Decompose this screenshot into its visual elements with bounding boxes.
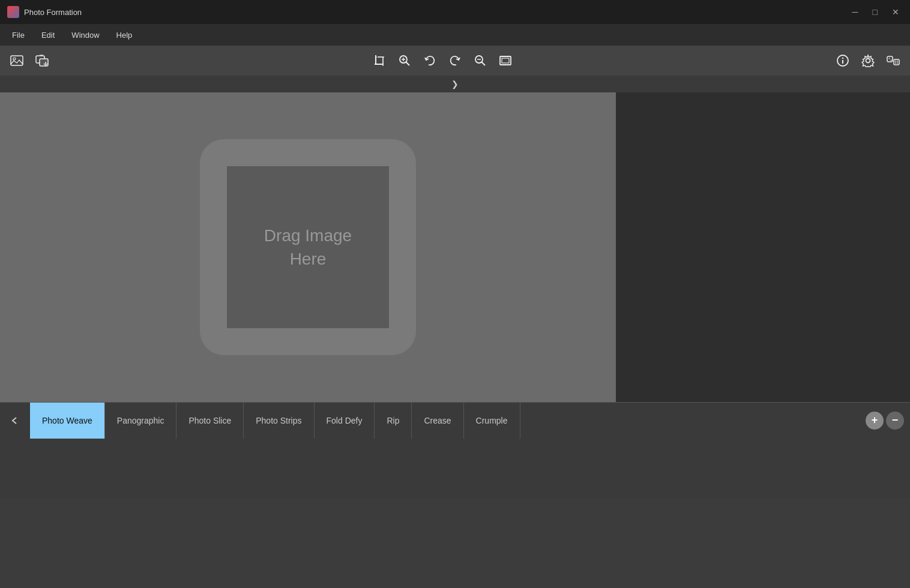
menu-help[interactable]: Help xyxy=(109,28,140,42)
svg-point-25 xyxy=(891,60,892,61)
svg-point-27 xyxy=(895,61,896,62)
toolbar xyxy=(0,46,910,76)
drop-zone[interactable]: Drag ImageHere xyxy=(200,139,416,355)
bottom-tabs: Photo Weave Panographic Photo Slice Phot… xyxy=(0,402,910,438)
redo-button[interactable] xyxy=(443,49,467,72)
svg-rect-0 xyxy=(11,56,23,65)
tab-crumple[interactable]: Crumple xyxy=(464,403,520,439)
undo-button[interactable] xyxy=(418,49,442,72)
add-tab-button[interactable]: + xyxy=(866,412,884,430)
svg-point-28 xyxy=(897,61,898,62)
collapse-bar[interactable]: ❯ xyxy=(0,76,910,92)
svg-line-15 xyxy=(482,62,486,66)
settings-button[interactable] xyxy=(856,49,880,72)
canvas-area[interactable]: Drag ImageHere xyxy=(0,92,616,402)
svg-rect-3 xyxy=(40,59,48,66)
menu-bar: File Edit Window Help xyxy=(0,24,910,46)
info-button[interactable] xyxy=(831,49,855,72)
crop-button[interactable] xyxy=(367,49,391,72)
svg-rect-26 xyxy=(894,59,899,65)
close-button[interactable]: ✕ xyxy=(888,6,903,18)
zoom-in-button[interactable] xyxy=(393,49,417,72)
drop-zone-text: Drag ImageHere xyxy=(264,224,352,271)
svg-point-21 xyxy=(842,58,843,59)
effects-button[interactable] xyxy=(881,49,905,72)
menu-window[interactable]: Window xyxy=(64,28,106,42)
collapse-arrow-icon: ❯ xyxy=(451,79,459,89)
svg-point-24 xyxy=(889,58,890,59)
svg-point-29 xyxy=(895,62,896,64)
minimize-button[interactable]: ─ xyxy=(849,6,862,18)
title-bar: Photo Formation ─ □ ✕ xyxy=(0,0,910,24)
svg-point-30 xyxy=(897,62,898,64)
tab-panographic[interactable]: Panographic xyxy=(105,403,177,439)
tab-crease[interactable]: Crease xyxy=(412,403,463,439)
svg-line-11 xyxy=(406,62,410,66)
title-bar-title: Photo Formation xyxy=(24,8,844,17)
right-panel xyxy=(616,92,910,402)
svg-rect-9 xyxy=(376,57,383,64)
tab-photo-slice[interactable]: Photo Slice xyxy=(176,403,244,439)
title-bar-controls: ─ □ ✕ xyxy=(849,6,903,18)
main-area: Drag ImageHere xyxy=(0,92,910,402)
svg-point-22 xyxy=(866,59,870,63)
svg-rect-23 xyxy=(887,56,893,62)
tab-photo-weave[interactable]: Photo Weave xyxy=(30,403,105,439)
drop-zone-inner: Drag ImageHere xyxy=(227,166,389,328)
zoom-out-button[interactable] xyxy=(468,49,492,72)
bottom-panel xyxy=(0,438,910,498)
import-button[interactable] xyxy=(30,49,54,72)
menu-file[interactable]: File xyxy=(5,28,32,42)
tab-photo-strips[interactable]: Photo Strips xyxy=(244,403,314,439)
tabs-scroll-left[interactable] xyxy=(0,403,30,439)
svg-rect-18 xyxy=(502,58,509,63)
remove-tab-button[interactable]: − xyxy=(886,412,904,430)
fit-button[interactable] xyxy=(493,49,517,72)
app-icon xyxy=(7,6,19,18)
maximize-button[interactable]: □ xyxy=(869,6,881,18)
menu-edit[interactable]: Edit xyxy=(34,28,62,42)
svg-point-1 xyxy=(13,58,16,60)
tab-rip[interactable]: Rip xyxy=(375,403,412,439)
open-image-button[interactable] xyxy=(5,49,29,72)
tab-fold-defy[interactable]: Fold Defy xyxy=(315,403,375,439)
tab-controls: + − xyxy=(860,412,910,430)
